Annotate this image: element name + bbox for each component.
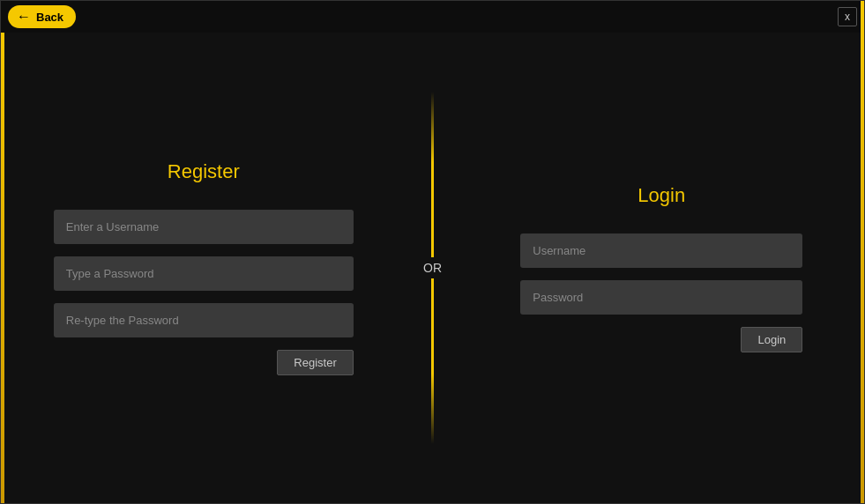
divider-text: OR (418, 257, 447, 278)
close-button[interactable]: x (838, 7, 857, 26)
back-button[interactable]: ← Back (8, 5, 76, 28)
login-username-input[interactable] (520, 233, 802, 268)
register-password-input[interactable] (54, 256, 354, 291)
main-content: Register Register OR Login (1, 33, 864, 503)
back-arrow-icon: ← (17, 9, 31, 25)
retype-password-field-group (54, 303, 354, 337)
register-title: Register (168, 160, 240, 183)
login-title: Login (638, 184, 685, 207)
register-username-input[interactable] (54, 210, 354, 244)
login-button-wrapper: Login (520, 327, 802, 352)
close-icon: x (845, 11, 850, 23)
right-accent-bar (861, 1, 864, 503)
login-form: Login (520, 233, 802, 352)
register-button-wrapper: Register (54, 350, 354, 375)
top-bar: ← Back x (1, 1, 864, 33)
register-retype-input[interactable] (54, 303, 354, 337)
password-field-group (54, 256, 354, 291)
register-button[interactable]: Register (277, 350, 353, 375)
login-button[interactable]: Login (741, 327, 802, 352)
back-button-label: Back (36, 11, 63, 24)
register-panel: Register Register (1, 125, 406, 411)
window: ← Back x Register Register (0, 0, 865, 504)
login-panel: Login Login (459, 149, 865, 388)
divider: OR (406, 257, 459, 278)
login-password-input[interactable] (520, 280, 802, 315)
username-field-group (54, 210, 354, 244)
